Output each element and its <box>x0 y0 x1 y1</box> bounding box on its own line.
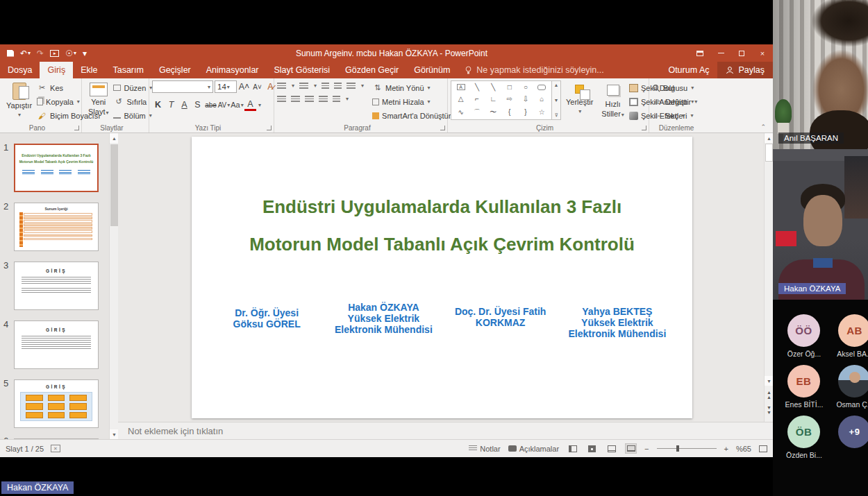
shrink-font-icon[interactable]: A˅ <box>251 80 263 93</box>
thumbnail-slide-5[interactable]: GİRİŞ <box>14 379 99 428</box>
customize-qat-icon[interactable]: ▾ <box>83 49 87 58</box>
video-tile-hakan[interactable]: Hakan ÖZKAYA <box>773 149 868 300</box>
shape-icon[interactable]: { <box>508 108 510 116</box>
thumbnail-slide-1[interactable]: Endüstri Uygulamalarda Kullanılan 3 Fazl… <box>14 144 99 192</box>
section-button[interactable]: Bölüm▾ <box>113 109 152 122</box>
numbering-icon[interactable] <box>299 83 308 90</box>
tab-giris[interactable]: Giriş <box>40 62 73 78</box>
reset-button[interactable]: ↺Sıfırla <box>113 95 152 108</box>
shape-icon[interactable]: ∿ <box>458 108 463 116</box>
slide-1-editor[interactable]: Endüstri Uygulamalarda Kullanılan 3 Fazl… <box>192 137 692 418</box>
align-left-icon[interactable] <box>277 96 286 103</box>
quick-styles-button[interactable]: Hızlı Stiller▾ <box>598 80 628 123</box>
normal-view-button[interactable] <box>567 443 578 454</box>
font-size-combo[interactable]: 14▾ <box>215 80 237 93</box>
tab-slayt-gosterisi[interactable]: Slayt Gösterisi <box>267 62 338 78</box>
restore-icon[interactable] <box>731 44 752 62</box>
shadow-button[interactable]: S <box>192 99 203 111</box>
character-spacing-button[interactable]: AV▾ <box>218 99 230 111</box>
arrange-button[interactable]: Yerleştir ▾ <box>562 80 596 123</box>
find-button[interactable]: Bul <box>652 81 697 94</box>
line-spacing-icon[interactable] <box>347 83 356 90</box>
dialog-launcher-icon[interactable] <box>642 126 646 130</box>
dialog-launcher-icon[interactable] <box>74 126 79 130</box>
share-button[interactable]: Paylaş <box>717 62 773 78</box>
shape-icon[interactable]: ╲ <box>475 83 479 91</box>
ribbon-display-options-icon[interactable] <box>690 44 710 62</box>
shape-icon[interactable]: □ <box>508 83 512 91</box>
change-case-button[interactable]: Aa▾ <box>231 99 243 111</box>
justify-icon[interactable] <box>319 96 328 103</box>
previous-slide-icon[interactable]: ▲▲ <box>765 390 773 400</box>
sign-in-button[interactable]: Oturum Aç <box>660 62 717 78</box>
minimize-icon[interactable] <box>710 44 731 62</box>
start-slideshow-icon[interactable]: ▸ <box>50 50 59 57</box>
collapse-ribbon-icon[interactable]: ⌃ <box>760 123 766 130</box>
scroll-down-icon[interactable]: ▼ <box>110 429 118 439</box>
grow-font-icon[interactable]: A˄ <box>238 80 250 93</box>
thumbnail-slide-3[interactable]: GİRİŞ <box>14 262 99 310</box>
avatar[interactable]: EB <box>787 365 820 397</box>
thumbnail-slide-4[interactable]: GİRİŞ <box>14 320 99 369</box>
shape-gallery[interactable]: A ╲ ╲ □ ○ △ ⌐ ∟ ⇨ ⇩ ⌂ ∿ ⌒ 〜 { } <box>451 80 561 120</box>
shape-icon[interactable]: ○ <box>524 83 528 91</box>
slideshow-view-button[interactable] <box>625 443 637 454</box>
dialog-launcher-icon[interactable] <box>267 126 272 130</box>
shape-icon[interactable]: ⇨ <box>506 95 512 103</box>
dialog-launcher-icon[interactable] <box>440 126 445 130</box>
paste-button[interactable]: Yapıştır ▾ <box>3 80 35 123</box>
font-color-button[interactable]: A <box>244 99 256 111</box>
thumbnail-slide-2[interactable]: Sunum İçeriği <box>14 203 99 251</box>
tell-me-box[interactable]: Ne yapmak istediğinizi söyleyin... <box>458 62 610 78</box>
undo-icon[interactable]: ↶▾ <box>20 49 31 58</box>
shape-icon[interactable]: ╲ <box>491 83 495 91</box>
new-slide-button[interactable]: Yeni Slayt▾ <box>85 80 112 123</box>
canvas-scrollbar[interactable]: ▲ ▼ ▲▲ ▼▼ <box>764 133 773 422</box>
tab-dosya[interactable]: Dosya <box>0 62 40 78</box>
tab-tasarim[interactable]: Tasarım <box>105 62 151 78</box>
shape-icon[interactable]: A <box>457 84 465 90</box>
strikethrough-button[interactable]: abe <box>205 99 217 111</box>
tab-animasyonlar[interactable]: Animasyonlar <box>199 62 267 78</box>
italic-button[interactable]: T <box>165 99 177 111</box>
tab-gecisler[interactable]: Geçişler <box>151 62 199 78</box>
avatar-photo[interactable] <box>838 365 868 397</box>
tab-ekle[interactable]: Ekle <box>73 62 105 78</box>
shape-icon[interactable]: △ <box>458 95 464 103</box>
next-slide-icon[interactable]: ▼▼ <box>765 405 773 415</box>
zoom-in-button[interactable]: + <box>724 445 728 453</box>
shape-icon[interactable]: 〜 <box>490 108 496 117</box>
comments-toggle[interactable]: Açıklamalar <box>508 445 559 453</box>
scroll-down-icon[interactable]: ▼ <box>554 98 559 103</box>
thumbnail-scrollbar[interactable]: ▲ ▼ <box>109 133 118 439</box>
replace-button[interactable]: abDeğiştir▾ <box>652 95 697 108</box>
tab-gozden-gecir[interactable]: Gözden Geçir <box>337 62 406 78</box>
touch-mode-icon[interactable]: ☉▾ <box>65 49 76 58</box>
save-icon[interactable] <box>7 50 14 57</box>
slide-sorter-view-button[interactable] <box>586 443 598 454</box>
layout-button[interactable]: Düzen▾ <box>113 81 152 94</box>
notes-toggle[interactable]: Notlar <box>469 445 500 453</box>
shape-icon[interactable] <box>537 85 546 90</box>
scrollbar-thumb[interactable] <box>110 144 118 226</box>
smartart-button[interactable]: SmartArt'a Dönüştür▾ <box>372 109 457 122</box>
bold-button[interactable]: K <box>152 99 164 111</box>
close-icon[interactable]: × <box>752 44 773 62</box>
tab-gorunum[interactable]: Görünüm <box>406 62 458 78</box>
columns-icon[interactable] <box>333 96 340 103</box>
shape-icon[interactable]: ☆ <box>539 108 545 116</box>
scroll-up-icon[interactable]: ▲ <box>110 133 118 143</box>
gallery-more-icon[interactable]: ⊽ <box>554 112 558 118</box>
fit-to-window-icon[interactable] <box>759 445 767 452</box>
video-tile-anil[interactable]: Anıl BAŞARAN <box>773 0 868 149</box>
avatar[interactable]: AB <box>838 314 868 347</box>
select-button[interactable]: ▻Seç▾ <box>652 109 697 122</box>
bullets-icon[interactable] <box>277 83 286 90</box>
shape-icon[interactable]: ⇩ <box>523 95 528 103</box>
redo-icon[interactable]: ↷ <box>37 49 44 58</box>
avatar-overflow-count[interactable]: +9 <box>838 416 868 448</box>
avatar[interactable]: ÖB <box>787 416 820 448</box>
shape-icon[interactable]: ⌐ <box>475 95 479 103</box>
display-settings-icon[interactable]: ✕ <box>51 445 60 452</box>
zoom-slider-thumb[interactable] <box>676 445 679 452</box>
